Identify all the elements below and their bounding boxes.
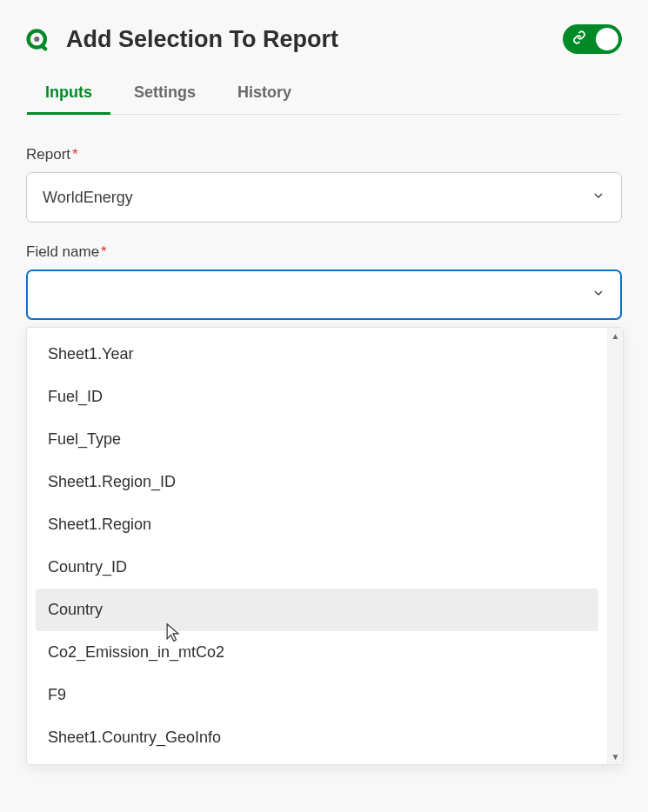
dropdown-option[interactable]: F9 bbox=[36, 674, 598, 716]
required-marker: * bbox=[72, 146, 78, 163]
dropdown-option-list: Sheet1.Year Fuel_ID Fuel_Type Sheet1.Reg… bbox=[27, 328, 607, 764]
dropdown-option[interactable]: Sheet1.Country_GeoInfo bbox=[36, 716, 598, 759]
report-select[interactable]: WorldEnergy bbox=[26, 172, 622, 223]
svg-point-1 bbox=[34, 37, 39, 42]
dropdown-option[interactable]: Country_ID bbox=[36, 546, 598, 589]
report-label-text: Report bbox=[26, 146, 70, 163]
chevron-down-icon bbox=[591, 189, 605, 207]
required-marker: * bbox=[101, 243, 107, 260]
dropdown-option[interactable]: Sheet1.Region bbox=[36, 503, 598, 546]
report-label: Report* bbox=[26, 146, 622, 163]
dropdown-option[interactable]: Fuel_ID bbox=[36, 376, 598, 418]
chevron-down-icon bbox=[591, 286, 605, 304]
link-icon bbox=[572, 30, 586, 48]
tab-settings[interactable]: Settings bbox=[134, 78, 196, 114]
scroll-up-icon[interactable]: ▲ bbox=[608, 328, 623, 343]
fieldname-dropdown: Sheet1.Year Fuel_ID Fuel_Type Sheet1.Reg… bbox=[26, 327, 624, 765]
report-field-group: Report* WorldEnergy bbox=[26, 146, 622, 223]
panel-header: Add Selection To Report bbox=[26, 24, 622, 54]
tab-inputs[interactable]: Inputs bbox=[45, 78, 92, 114]
scroll-down-icon[interactable]: ▼ bbox=[608, 749, 623, 764]
fieldname-field-group: Field name* Sheet1.Year Fuel_ID Fuel_Typ… bbox=[26, 243, 622, 320]
dropdown-option[interactable]: Sheet1.Region_ID bbox=[36, 461, 598, 503]
toggle-knob bbox=[596, 28, 618, 50]
fieldname-label-text: Field name bbox=[26, 243, 99, 260]
fieldname-select[interactable] bbox=[26, 270, 622, 320]
dropdown-option[interactable]: Country bbox=[36, 589, 598, 631]
link-toggle[interactable] bbox=[563, 24, 622, 54]
page-title: Add Selection To Report bbox=[66, 26, 338, 53]
dropdown-option[interactable]: Sheet1.Year bbox=[36, 333, 598, 376]
dropdown-option[interactable]: Co2_Emission_in_mtCo2 bbox=[36, 631, 598, 674]
dropdown-scrollbar[interactable]: ▲ ▼ bbox=[607, 328, 623, 764]
tab-history[interactable]: History bbox=[237, 78, 291, 114]
report-select-value: WorldEnergy bbox=[43, 189, 133, 207]
fieldname-label: Field name* bbox=[26, 243, 622, 261]
dropdown-option[interactable]: Fuel_Type bbox=[36, 418, 598, 461]
app-logo-icon bbox=[26, 27, 50, 51]
tab-bar: Inputs Settings History bbox=[26, 78, 622, 115]
